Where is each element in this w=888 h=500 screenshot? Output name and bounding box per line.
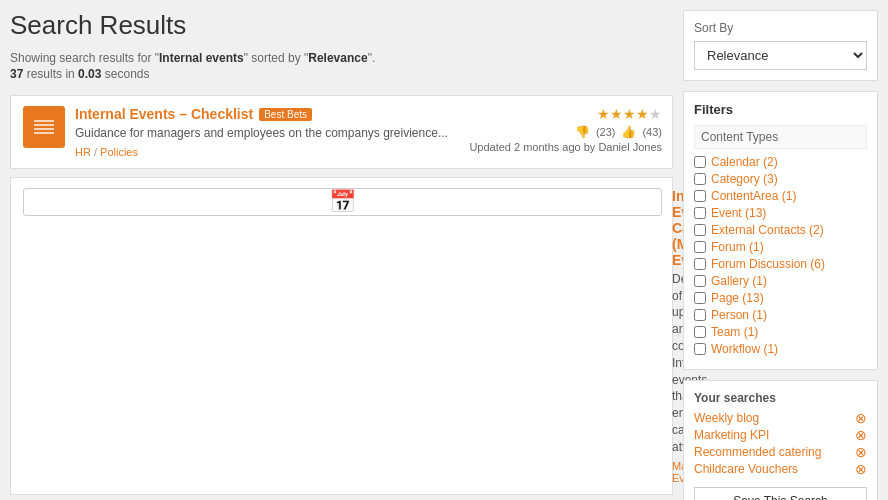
filters-section: Filters Content Types Calendar (2) Categ… [683,91,878,370]
search-history-link-weekly-blog[interactable]: Weekly blog [694,411,759,425]
filter-link-forum-discussion[interactable]: Forum Discussion (6) [711,257,825,271]
filter-checkbox-team[interactable] [694,326,706,338]
filter-checkbox-contentarea[interactable] [694,190,706,202]
filter-link-team[interactable]: Team (1) [711,325,758,339]
filter-link-category[interactable]: Category (3) [711,172,778,186]
filter-checkbox-person[interactable] [694,309,706,321]
filter-item-forum: Forum (1) [694,240,867,254]
result-desc-1: Guidance for managers and employees on t… [75,125,459,142]
search-history-link-recommended-catering[interactable]: Recommended catering [694,445,821,459]
result-item-2: 📅 Internal Events Calendar (Marketing Ev… [10,177,673,495]
filter-checkbox-external-contacts[interactable] [694,224,706,236]
sort-select[interactable]: Relevance Date Title [694,41,867,70]
filter-link-person[interactable]: Person (1) [711,308,767,322]
filter-checkbox-page[interactable] [694,292,706,304]
result-icon-checklist [23,106,65,148]
search-history-link-childcare-vouchers[interactable]: Childcare Vouchers [694,462,798,476]
best-bet-badge: Best Bets [259,108,312,121]
result-title-1[interactable]: Internal Events – Checklist Best Bets [75,106,459,122]
result-tags-1: HR / Policies [75,146,459,158]
vote-info-1: 👎(23) 👍(43) [469,125,662,139]
search-history-marketing-kpi: Marketing KPI ⊗ [694,428,867,442]
filter-checkbox-calendar[interactable] [694,156,706,168]
filter-link-forum[interactable]: Forum (1) [711,240,764,254]
content-types-header: Content Types [694,125,867,149]
filter-link-external-contacts[interactable]: External Contacts (2) [711,223,824,237]
tag-hr[interactable]: HR [75,146,91,158]
your-searches-title: Your searches [694,391,867,405]
filter-link-gallery[interactable]: Gallery (1) [711,274,767,288]
filter-item-contentarea: ContentArea (1) [694,189,867,203]
page-title: Search Results [10,10,673,41]
filter-item-category: Category (3) [694,172,867,186]
filter-checkbox-category[interactable] [694,173,706,185]
search-history-recommended-catering: Recommended catering ⊗ [694,445,867,459]
search-summary: Showing search results for "Internal eve… [10,51,673,65]
filter-link-calendar[interactable]: Calendar (2) [711,155,778,169]
save-search-button[interactable]: Save This Search [694,487,867,500]
results-count: 37 results in 0.03 seconds [10,67,673,81]
filter-item-team: Team (1) [694,325,867,339]
filter-checkbox-forum-discussion[interactable] [694,258,706,270]
meta-line-1: Updated 2 months ago by Daniel Jones [469,141,662,153]
result-item-1: Internal Events – Checklist Best Bets Gu… [10,95,673,169]
filter-checkbox-event[interactable] [694,207,706,219]
search-history-link-marketing-kpi[interactable]: Marketing KPI [694,428,769,442]
filters-title: Filters [694,102,867,117]
filter-checkbox-gallery[interactable] [694,275,706,287]
filter-item-external-contacts: External Contacts (2) [694,223,867,237]
filter-items-list: Calendar (2) Category (3) ContentArea (1… [694,155,867,356]
result-meta-1: ★★★★★ 👎(23) 👍(43) Updated 2 months ago b… [469,106,662,153]
result-body-1: Internal Events – Checklist Best Bets Gu… [75,106,459,158]
filter-link-page[interactable]: Page (13) [711,291,764,305]
remove-search-childcare-vouchers[interactable]: ⊗ [855,462,867,476]
remove-search-weekly-blog[interactable]: ⊗ [855,411,867,425]
filter-item-event: Event (13) [694,206,867,220]
filter-link-event[interactable]: Event (13) [711,206,766,220]
sidebar: Sort By Relevance Date Title Filters Con… [683,10,878,500]
filter-item-forum-discussion: Forum Discussion (6) [694,257,867,271]
filter-item-workflow: Workflow (1) [694,342,867,356]
filter-item-gallery: Gallery (1) [694,274,867,288]
filter-checkbox-forum[interactable] [694,241,706,253]
filter-item-calendar: Calendar (2) [694,155,867,169]
your-searches-section: Your searches Weekly blog ⊗ Marketing KP… [683,380,878,500]
filter-link-contentarea[interactable]: ContentArea (1) [711,189,796,203]
remove-search-marketing-kpi[interactable]: ⊗ [855,428,867,442]
sort-by-section: Sort By Relevance Date Title [683,10,878,81]
main-content: Search Results Showing search results fo… [10,10,673,500]
tag-policies[interactable]: Policies [100,146,138,158]
filter-item-person: Person (1) [694,308,867,322]
search-history-weekly-blog: Weekly blog ⊗ [694,411,867,425]
result-icon-calendar-2: 📅 [23,188,662,216]
search-history-childcare-vouchers: Childcare Vouchers ⊗ [694,462,867,476]
filter-item-page: Page (13) [694,291,867,305]
filter-link-workflow[interactable]: Workflow (1) [711,342,778,356]
remove-search-recommended-catering[interactable]: ⊗ [855,445,867,459]
sort-by-label: Sort By [694,21,867,35]
star-rating-1: ★★★★★ [469,106,662,122]
filter-checkbox-workflow[interactable] [694,343,706,355]
